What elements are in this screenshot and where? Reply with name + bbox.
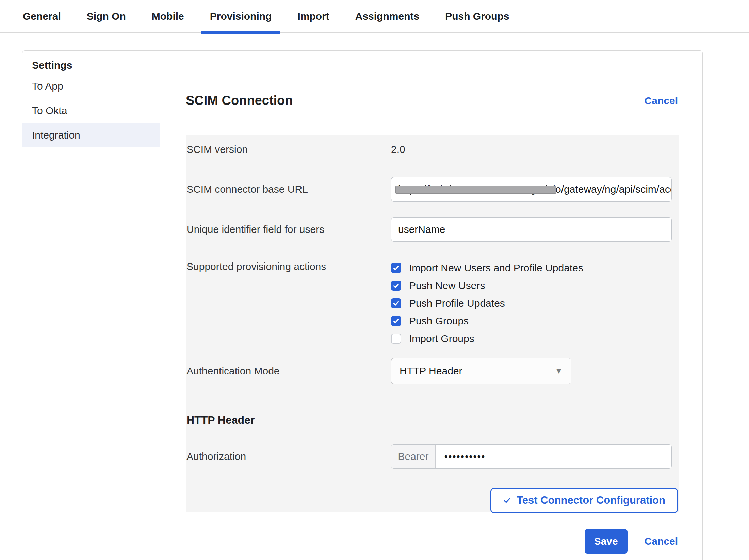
scim-version-label: SCIM version [186,144,391,155]
authorization-label: Authorization [186,451,391,462]
sidebar-item-integration[interactable]: Integration [22,123,160,147]
base-url-redaction-bar: https://b5bd-125-19-67-149.ngrok.i [398,183,555,195]
auth-mode-select[interactable]: HTTP Header ▼ [391,358,571,384]
cancel-link-bottom[interactable]: Cancel [645,535,678,547]
section-divider [186,400,679,400]
app-tab-bar: General Sign On Mobile Provisioning Impo… [0,0,749,33]
checkbox-row-push-profile-updates[interactable]: Push Profile Updates [391,298,672,309]
unique-id-row: Unique identifier field for users userNa… [186,217,672,242]
footer-actions: Save Cancel [585,529,678,554]
push-new-users-checkbox[interactable] [391,281,401,291]
tab-sign-on[interactable]: Sign On [78,0,135,32]
cancel-link-top[interactable]: Cancel [645,95,678,107]
checkbox-label: Import New Users and Profile Updates [409,262,583,274]
scim-version-value: 2.0 [391,144,672,155]
push-profile-updates-checkbox[interactable] [391,298,401,308]
push-groups-checkbox[interactable] [391,316,401,326]
checkbox-label: Import Groups [409,333,474,345]
tab-mobile[interactable]: Mobile [143,0,193,32]
import-groups-checkbox[interactable] [391,334,401,344]
tab-general[interactable]: General [14,0,70,32]
checkbox-row-push-new-users[interactable]: Push New Users [391,280,672,291]
unique-id-label: Unique identifier field for users [186,224,391,235]
checkbox-label: Push Groups [409,315,469,327]
tab-import[interactable]: Import [289,0,338,32]
unique-id-input[interactable]: userName [391,217,672,242]
check-icon [392,300,400,307]
authorization-row: Authorization Bearer •••••••••• [186,444,672,469]
tab-provisioning[interactable]: Provisioning [201,0,281,32]
chevron-down-icon: ▼ [555,366,563,376]
base-url-visible-text: o/gateway/ng/api/scim/acc [555,183,672,195]
checkbox-label: Push New Users [409,280,485,291]
main-content: SCIM Connection Cancel SCIM version 2.0 … [160,51,702,560]
page-title: SCIM Connection [186,93,293,108]
sidebar-item-to-app[interactable]: To App [22,74,160,98]
provisioning-card: Settings To App To Okta Integration SCIM… [22,50,703,560]
test-connector-label: Test Connector Configuration [517,494,665,507]
tab-push-groups[interactable]: Push Groups [436,0,518,32]
check-icon [503,496,511,505]
checkbox-row-import-groups[interactable]: Import Groups [391,333,672,345]
provisioning-actions-row: Supported provisioning actions Import Ne… [186,261,672,345]
checkbox-label: Push Profile Updates [409,298,505,309]
settings-sidebar: Settings To App To Okta Integration [22,51,160,560]
auth-mode-label: Authentication Mode [186,365,391,377]
sidebar-item-to-okta[interactable]: To Okta [22,98,160,123]
bearer-token-input[interactable]: •••••••••• [436,445,671,468]
provisioning-actions-label: Supported provisioning actions [186,261,391,272]
tab-assignments[interactable]: Assignments [346,0,428,32]
auth-mode-selected-value: HTTP Header [400,365,462,377]
check-icon [392,317,400,325]
base-url-input[interactable]: https://b5bd-125-19-67-149.ngrok.io/gate… [391,177,672,202]
scim-settings-panel: SCIM version 2.0 SCIM connector base URL… [186,135,679,512]
save-button[interactable]: Save [585,529,628,554]
base-url-row: SCIM connector base URL https://b5bd-125… [186,177,672,202]
test-connector-configuration-button[interactable]: Test Connector Configuration [490,488,678,513]
page-header-row: SCIM Connection Cancel [186,93,678,108]
auth-mode-row: Authentication Mode HTTP Header ▼ [186,358,672,384]
base-url-label: SCIM connector base URL [186,183,391,195]
http-header-section-title: HTTP Header [186,414,672,427]
sidebar-title: Settings [22,55,160,74]
bearer-prefix: Bearer [391,445,436,468]
check-icon [392,264,400,272]
check-icon [392,282,400,289]
checkbox-row-push-groups[interactable]: Push Groups [391,315,672,327]
authorization-input-group: Bearer •••••••••• [391,444,672,469]
scim-version-row: SCIM version 2.0 [186,144,672,155]
provisioning-actions-group: Import New Users and Profile Updates Pus… [391,261,672,345]
checkbox-row-import-new-users[interactable]: Import New Users and Profile Updates [391,262,672,274]
import-new-users-checkbox[interactable] [391,263,401,273]
unique-id-value: userName [398,224,445,235]
